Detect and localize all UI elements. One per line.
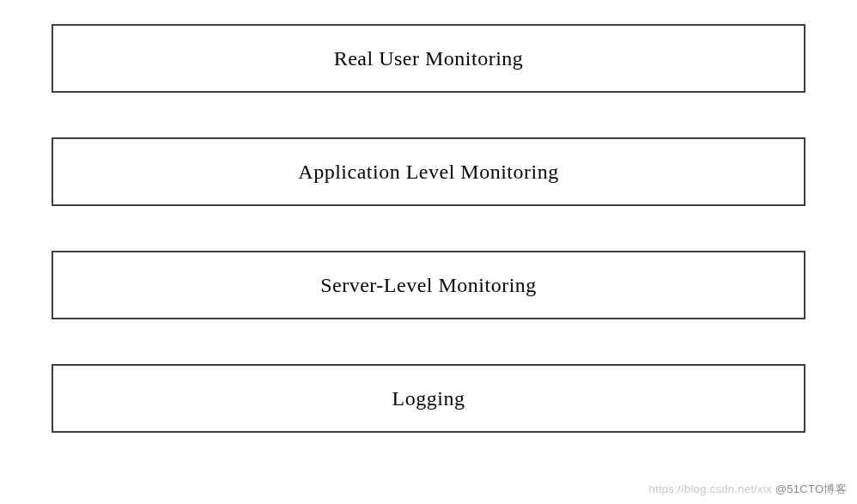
- box-application-level-monitoring: Application Level Monitoring: [52, 137, 805, 206]
- box-server-level-monitoring: Server-Level Monitoring: [52, 251, 805, 319]
- box-label: Real User Monitoring: [334, 47, 524, 70]
- box-label: Server-Level Monitoring: [320, 274, 537, 297]
- watermark: https://blog.csdn.net/xix @51CTO博客: [648, 482, 847, 497]
- box-real-user-monitoring: Real User Monitoring: [52, 24, 805, 93]
- box-label: Application Level Monitoring: [298, 161, 558, 184]
- box-label: Logging: [392, 387, 465, 410]
- watermark-faint: https://blog.csdn.net/xix: [648, 483, 775, 495]
- diagram-container: Real User Monitoring Application Level M…: [52, 24, 805, 433]
- box-logging: Logging: [52, 364, 805, 433]
- watermark-dark: @51CTO博客: [775, 483, 847, 495]
